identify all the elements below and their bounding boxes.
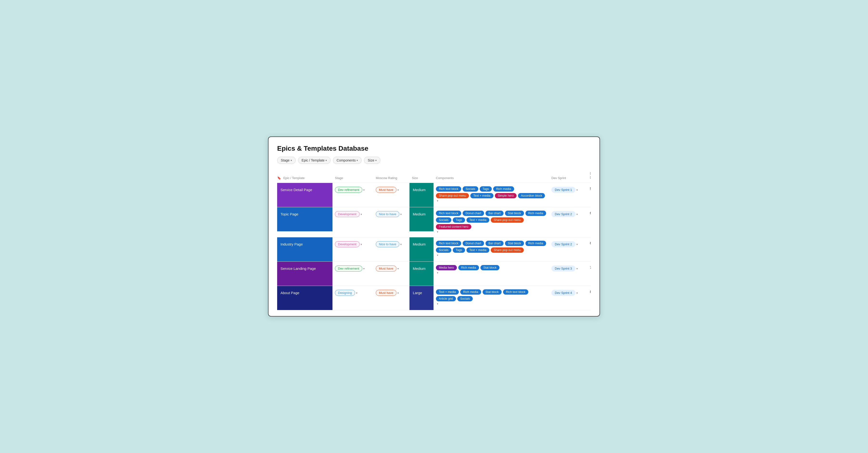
- stage-dropdown[interactable]: ▾: [361, 213, 362, 216]
- moscow-dropdown[interactable]: ▾: [400, 243, 402, 246]
- filter-btn-epic-template[interactable]: Epic / Template▾: [298, 157, 331, 164]
- chevron-down-icon: ▾: [326, 159, 327, 162]
- filter-btn-stage[interactable]: Stage▾: [277, 157, 296, 164]
- table-row: Service Detail PageDev refinement▾Must h…: [277, 183, 591, 207]
- dev-start-cell: 8/2: [588, 286, 591, 310]
- size-cell: Medium: [409, 207, 434, 237]
- stage-badge: Dev refinement: [335, 187, 362, 193]
- component-tag: Rich text block: [436, 186, 461, 191]
- sprint-dropdown[interactable]: ▾: [577, 188, 578, 191]
- moscow-dropdown[interactable]: ▾: [397, 188, 399, 191]
- components-dropdown[interactable]: ▾: [437, 302, 438, 305]
- component-tag: Accordion block: [518, 193, 545, 198]
- component-tag: Text + media: [466, 247, 489, 253]
- moscow-badge: Nice to have: [376, 241, 399, 247]
- component-tag: Rich media: [458, 265, 479, 270]
- table-row: Service Landing PageDev refinement▾Must …: [277, 262, 591, 286]
- size-label: Medium: [409, 237, 434, 262]
- chevron-down-icon: ▾: [375, 159, 377, 162]
- moscow-dropdown[interactable]: ▾: [400, 213, 402, 216]
- size-cell: Large: [409, 286, 434, 310]
- stage-dropdown[interactable]: ▾: [363, 267, 365, 270]
- sprint-dropdown[interactable]: ▾: [577, 243, 578, 246]
- epics-table: 🔖 Epic / Template Stage Moscow Rating Si…: [277, 170, 591, 310]
- stage-dropdown[interactable]: ▾: [361, 243, 362, 246]
- size-label: Medium: [409, 207, 434, 231]
- moscow-dropdown[interactable]: ▾: [397, 292, 399, 294]
- stage-dropdown[interactable]: ▾: [363, 188, 365, 191]
- epic-label: About Page: [277, 286, 333, 310]
- sprint-dropdown[interactable]: ▾: [577, 267, 578, 270]
- epic-cell: Industry Page: [277, 237, 333, 262]
- epic-label: Service Landing Page: [277, 262, 333, 286]
- stage-badge: Development: [335, 241, 360, 247]
- component-tag: Stat block: [480, 265, 499, 270]
- moscow-cell: Must have▾: [373, 183, 409, 207]
- component-tag: Bar chart: [486, 241, 503, 246]
- moscow-badge: Nice to have: [376, 211, 399, 217]
- page-title: Epics & Templates Database: [277, 145, 591, 152]
- th-moscow: Moscow Rating: [373, 170, 409, 183]
- component-tag: Socials: [436, 217, 451, 223]
- sprint-dropdown[interactable]: ▾: [577, 213, 578, 216]
- th-size: Size: [409, 170, 434, 183]
- filter-btn-size[interactable]: Size▾: [364, 157, 380, 164]
- sprint-cell: Dev Sprint 1▾: [549, 183, 588, 207]
- epic-label: Service Detail Page: [277, 183, 333, 207]
- chevron-down-icon: ▾: [356, 159, 358, 162]
- components-dropdown[interactable]: ▾: [437, 230, 438, 234]
- component-tag: Rich media: [460, 289, 481, 295]
- epic-cell: Topic Page: [277, 207, 333, 237]
- bookmark-icon: 🔖: [277, 176, 281, 180]
- moscow-badge: Must have: [376, 290, 397, 296]
- size-cell: Medium: [409, 183, 434, 207]
- component-tag: Featured content hero: [436, 224, 471, 230]
- stage-cell: Dev refinement▾: [333, 262, 373, 286]
- component-tag: Tags: [480, 186, 492, 191]
- filter-btn-components[interactable]: Components▾: [333, 157, 362, 164]
- components-cell: Text + mediaRich mediaStat blockRich tex…: [434, 286, 549, 310]
- components-cell: Rich text blockDonut chartBar chartStat …: [434, 237, 549, 262]
- epic-cell: Service Landing Page: [277, 262, 333, 286]
- stage-cell: Development▾: [333, 237, 373, 262]
- component-tag: Socials: [436, 247, 451, 253]
- components-dropdown[interactable]: ▾: [437, 271, 438, 274]
- table-row: Topic PageDevelopment▾Nice to have▾Mediu…: [277, 207, 591, 237]
- component-tag: Text + media: [470, 193, 493, 198]
- moscow-dropdown[interactable]: ▾: [397, 267, 399, 270]
- component-tag: Bar chart: [486, 211, 503, 216]
- components-tags: Rich text blockSocialsTagsRich mediaShar…: [436, 186, 547, 198]
- components-tags: Rich text blockDonut chartBar chartStat …: [436, 211, 547, 230]
- component-tag: Donut chart: [463, 241, 484, 246]
- sprint-dropdown[interactable]: ▾: [577, 292, 578, 294]
- component-tag: Simple hero: [495, 193, 517, 198]
- components-tags: Text + mediaRich mediaStat blockRich tex…: [436, 289, 547, 301]
- component-tag: Stat block: [505, 241, 524, 246]
- dev-start-date: 6/21: [590, 211, 591, 215]
- component-tag: Stat block: [483, 289, 502, 295]
- stage-badge: Dev refinement: [335, 266, 362, 272]
- sprint-badge: Dev Sprint 1: [551, 187, 576, 193]
- stage-dropdown[interactable]: ▾: [356, 292, 358, 294]
- table-row: About PageDesigning▾Must have▾LargeText …: [277, 286, 591, 310]
- th-devstart: Dev StartDate: [588, 170, 591, 183]
- sprint-badge: Dev Sprint 4: [551, 290, 576, 296]
- component-tag: Socials: [457, 296, 473, 301]
- sprint-cell: Dev Sprint 4▾: [549, 286, 588, 310]
- table-wrapper: 🔖 Epic / Template Stage Moscow Rating Si…: [277, 170, 591, 310]
- components-dropdown[interactable]: ▾: [437, 254, 438, 257]
- size-label: Large: [409, 286, 434, 310]
- filter-bar: Stage▾Epic / Template▾Components▾Size▾: [277, 157, 591, 164]
- stage-cell: Dev refinement▾: [333, 183, 373, 207]
- component-tag: Tags: [453, 217, 465, 223]
- component-tag: Article grid: [436, 296, 456, 301]
- components-dropdown[interactable]: ▾: [437, 199, 438, 203]
- sprint-cell: Dev Sprint 2▾: [549, 207, 588, 237]
- sprint-cell: Dev Sprint 2▾: [549, 237, 588, 262]
- epic-cell: Service Detail Page: [277, 183, 333, 207]
- component-tag: Rich text block: [436, 241, 461, 246]
- dev-start-cell: 7/12: [588, 262, 591, 286]
- th-components: Components: [434, 170, 549, 183]
- dev-start-cell: 6/21: [588, 237, 591, 262]
- component-tag: Text + media: [466, 217, 489, 223]
